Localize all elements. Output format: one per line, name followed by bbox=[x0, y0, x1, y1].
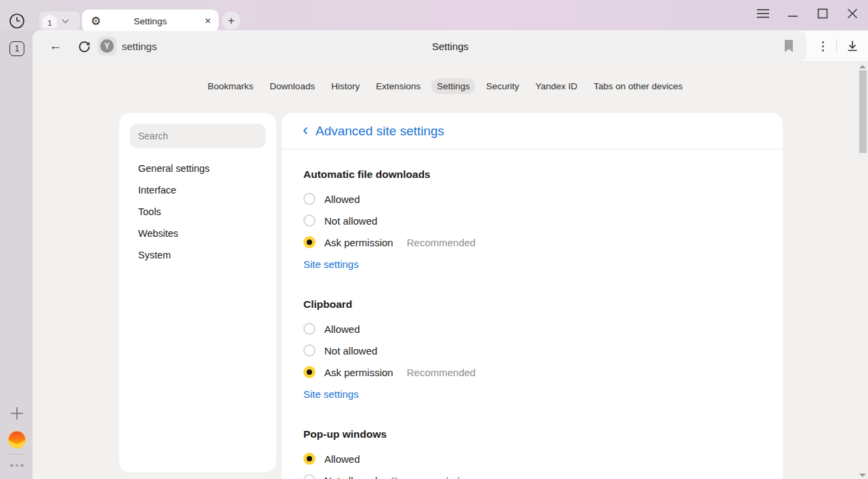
yandex-mail-button[interactable] bbox=[8, 431, 26, 449]
nav-item-tabs-on-other-devices[interactable]: Tabs on other devices bbox=[588, 78, 688, 94]
sidebar-item-websites[interactable]: Websites bbox=[119, 223, 276, 244]
sidebar-nav: General settingsInterfaceToolsWebsitesSy… bbox=[119, 158, 276, 266]
radio-label: Allowed bbox=[324, 323, 360, 335]
radio-option-allowed[interactable]: Allowed bbox=[303, 448, 761, 470]
settings-sidebar: General settingsInterfaceToolsWebsitesSy… bbox=[119, 113, 276, 472]
nav-item-security[interactable]: Security bbox=[481, 78, 525, 94]
tab-group-button[interactable]: 1 bbox=[39, 12, 80, 30]
section-automatic-file-downloads: Automatic file downloadsAllowedNot allow… bbox=[303, 167, 761, 275]
advanced-settings-title[interactable]: Advanced site settings bbox=[316, 124, 444, 139]
advanced-settings-header[interactable]: ‹ Advanced site settings bbox=[282, 113, 783, 150]
radio-label: Not allowed bbox=[324, 475, 377, 479]
radio-option-ask-permission[interactable]: Ask permissionRecommended bbox=[303, 361, 761, 383]
download-icon bbox=[846, 39, 859, 53]
radio-option-allowed[interactable]: Allowed bbox=[303, 188, 761, 210]
rail-more-button[interactable] bbox=[8, 461, 26, 470]
radio-unselected-icon[interactable] bbox=[303, 323, 316, 335]
page-scrollbar[interactable] bbox=[858, 62, 868, 479]
rail-add-button[interactable] bbox=[9, 406, 24, 421]
nav-item-bookmarks[interactable]: Bookmarks bbox=[202, 78, 259, 94]
search-box[interactable] bbox=[130, 124, 265, 148]
minimize-button[interactable] bbox=[787, 8, 799, 19]
radio-option-not-allowed[interactable]: Not allowed bbox=[303, 340, 761, 361]
bookmark-icon bbox=[783, 39, 794, 53]
url-text[interactable]: settings bbox=[122, 31, 157, 61]
radio-selected-icon[interactable] bbox=[303, 236, 316, 248]
section-clipboard: ClipboardAllowedNot allowedAsk permissio… bbox=[303, 297, 761, 405]
radio-label: Not allowed bbox=[324, 215, 377, 227]
close-icon bbox=[847, 8, 858, 19]
radio-label: Ask permission bbox=[324, 367, 393, 378]
nav-item-history[interactable]: History bbox=[326, 78, 365, 94]
search-input[interactable] bbox=[138, 131, 257, 141]
scroll-up-icon[interactable] bbox=[859, 65, 866, 68]
settings-sections: Automatic file downloadsAllowedNot allow… bbox=[282, 167, 783, 479]
radio-label: Ask permission bbox=[324, 237, 393, 248]
nav-item-downloads[interactable]: Downloads bbox=[264, 78, 320, 94]
radio-option-not-allowed[interactable]: Not allowed bbox=[303, 210, 761, 231]
section-title: Clipboard bbox=[303, 297, 761, 312]
radio-option-ask-permission[interactable]: Ask permissionRecommended bbox=[303, 231, 761, 253]
tab-close-icon[interactable]: ✕ bbox=[204, 16, 211, 26]
window-titlebar: 1 ⚙ Settings ✕ + bbox=[0, 0, 868, 30]
radio-label: Not allowed bbox=[324, 345, 377, 357]
rail-divider bbox=[9, 454, 24, 455]
reload-button[interactable] bbox=[74, 31, 93, 61]
reload-icon bbox=[78, 40, 91, 53]
sidebar-item-interface[interactable]: Interface bbox=[119, 179, 276, 201]
downloads-button[interactable] bbox=[845, 39, 860, 53]
radio-option-not-allowed[interactable]: Not allowedRecommended bbox=[303, 470, 761, 479]
radio-selected-icon[interactable] bbox=[303, 453, 316, 465]
settings-main-panel: ‹ Advanced site settings Automatic file … bbox=[282, 113, 783, 479]
maximize-icon bbox=[817, 8, 828, 19]
scrollbar-thumb[interactable] bbox=[859, 70, 867, 153]
back-button[interactable]: ← bbox=[46, 31, 65, 61]
toolbar-more-button[interactable] bbox=[818, 39, 827, 53]
plus-icon bbox=[10, 407, 24, 420]
settings-page: BookmarksDownloadsHistoryExtensionsSetti… bbox=[32, 62, 868, 479]
nav-item-extensions[interactable]: Extensions bbox=[370, 78, 426, 94]
yandex-mail-icon bbox=[8, 431, 26, 449]
sidebar-item-system[interactable]: System bbox=[119, 244, 276, 266]
nav-item-settings[interactable]: Settings bbox=[431, 78, 475, 94]
maximize-button[interactable] bbox=[817, 8, 829, 19]
scroll-down-icon[interactable] bbox=[859, 474, 866, 477]
browser-menu-button[interactable] bbox=[757, 8, 769, 19]
radio-label: Allowed bbox=[324, 453, 360, 465]
nav-item-yandex-id[interactable]: Yandex ID bbox=[530, 78, 583, 94]
address-bar[interactable]: ← Y settings bbox=[32, 31, 806, 61]
page-title: Settings bbox=[432, 30, 469, 62]
site-settings-link[interactable]: Site settings bbox=[303, 253, 359, 275]
tab-group-badge: 1 bbox=[43, 14, 57, 28]
sidebar-item-tools[interactable]: Tools bbox=[119, 201, 276, 223]
rail-tab-counter[interactable]: 1 bbox=[9, 41, 24, 56]
tab-settings[interactable]: ⚙ Settings ✕ bbox=[82, 9, 219, 32]
recommended-badge: Recommended bbox=[407, 237, 476, 248]
back-chevron-icon[interactable]: ‹ bbox=[303, 122, 308, 140]
radio-unselected-icon[interactable] bbox=[303, 474, 316, 479]
new-tab-button[interactable]: + bbox=[222, 12, 240, 30]
history-clock-button[interactable] bbox=[9, 13, 25, 29]
yandex-favicon-icon: Y bbox=[100, 39, 114, 53]
radio-option-allowed[interactable]: Allowed bbox=[303, 318, 761, 340]
ellipsis-icon bbox=[10, 464, 24, 467]
radio-unselected-icon[interactable] bbox=[303, 193, 316, 205]
settings-nav: BookmarksDownloadsHistoryExtensionsSetti… bbox=[32, 78, 858, 94]
minimize-icon bbox=[787, 8, 798, 19]
clock-icon bbox=[9, 13, 25, 29]
recommended-badge: Recommended bbox=[407, 367, 476, 378]
radio-label: Allowed bbox=[324, 193, 360, 205]
radio-unselected-icon[interactable] bbox=[303, 344, 316, 357]
section-pop-up-windows: Pop-up windowsAllowedNot allowedRecommen… bbox=[303, 427, 761, 479]
window-close-button[interactable] bbox=[846, 8, 859, 19]
radio-unselected-icon[interactable] bbox=[303, 214, 316, 227]
toolbar-separator bbox=[836, 39, 837, 53]
browser-window: { "tab_strip": { "group_badge": "1", "ta… bbox=[0, 0, 868, 479]
sidebar-item-general-settings[interactable]: General settings bbox=[119, 158, 276, 179]
site-settings-link[interactable]: Site settings bbox=[303, 383, 359, 405]
bookmark-button[interactable] bbox=[782, 31, 796, 61]
gear-icon: ⚙ bbox=[91, 16, 101, 27]
hamburger-icon bbox=[757, 9, 769, 18]
section-title: Automatic file downloads bbox=[303, 167, 761, 182]
radio-selected-icon[interactable] bbox=[303, 366, 316, 378]
